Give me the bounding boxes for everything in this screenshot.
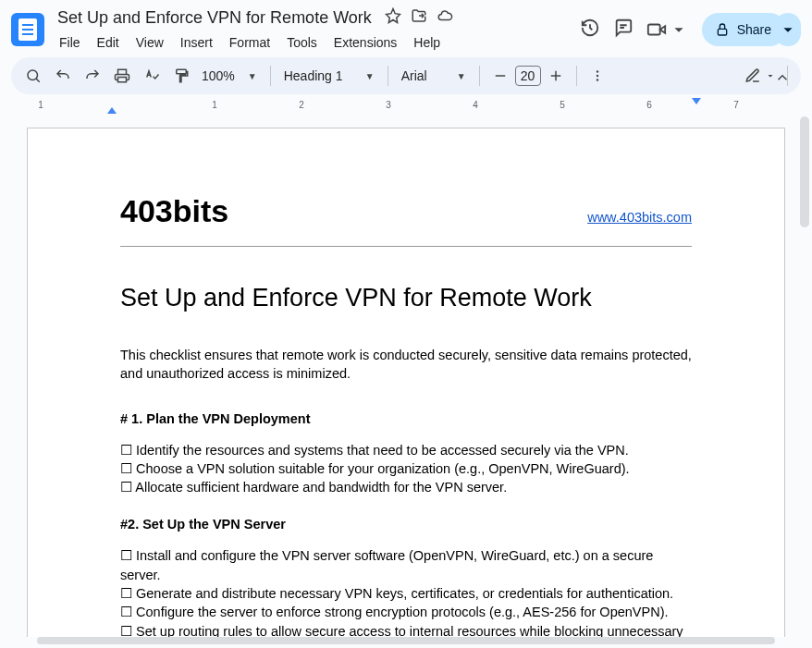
vertical-scrollbar[interactable] xyxy=(799,116,810,635)
checklist-item: Generate and distribute necessary VPN ke… xyxy=(120,584,692,603)
svg-rect-0 xyxy=(647,25,659,35)
horizontal-ruler[interactable]: 1 1 2 3 4 5 6 7 xyxy=(11,98,801,115)
ruler-mark: 5 xyxy=(560,100,565,110)
chevron-down-icon[interactable]: ▼ xyxy=(242,71,263,81)
move-icon[interactable] xyxy=(411,7,427,28)
font-size-control xyxy=(487,63,569,89)
brand-heading: 403bits xyxy=(120,193,228,229)
titlebar: Set Up and Enforce VPN for Remote Work F… xyxy=(0,0,812,52)
checklist-item: Identify the resources and systems that … xyxy=(120,441,692,459)
document-scroll-area[interactable]: 403bits www.403bits.com Set Up and Enfor… xyxy=(0,116,812,637)
checklist-item: Choose a VPN solution suitable for your … xyxy=(120,459,692,478)
document-page[interactable]: 403bits www.403bits.com Set Up and Enfor… xyxy=(27,128,785,637)
paragraph-style-select[interactable]: Heading 1 xyxy=(278,68,356,83)
font-family-select[interactable]: Arial xyxy=(396,68,448,83)
ruler-mark: 6 xyxy=(646,100,652,110)
svg-rect-1 xyxy=(718,29,726,35)
checklist-item: Configure the server to enforce strong e… xyxy=(120,603,692,621)
section-heading: #2. Set Up the VPN Server xyxy=(120,517,692,532)
menu-insert[interactable]: Insert xyxy=(173,31,220,54)
ruler-mark: 4 xyxy=(473,100,478,110)
menubar: File Edit View Insert Format Tools Exten… xyxy=(52,31,453,54)
ruler-mark: 3 xyxy=(386,100,391,110)
svg-rect-3 xyxy=(118,78,127,82)
star-icon[interactable] xyxy=(385,7,401,28)
checklist-item: Allocate sufficient hardware and bandwid… xyxy=(120,478,692,496)
doc-title[interactable]: Set Up and Enforce VPN for Remote Work xyxy=(52,6,377,30)
ruler-mark: 1 xyxy=(212,100,217,110)
svg-point-4 xyxy=(596,70,597,72)
intro-paragraph: This checklist ensures that remote work … xyxy=(120,346,692,384)
ruler-mark: 2 xyxy=(299,100,304,110)
left-indent-marker[interactable] xyxy=(107,107,117,114)
share-button[interactable]: Share xyxy=(702,13,786,46)
zoom-select[interactable]: 100% xyxy=(198,68,239,83)
font-size-input[interactable] xyxy=(515,66,541,86)
page-title: Set Up and Enforce VPN for Remote Work xyxy=(120,284,692,312)
chevron-down-icon[interactable]: ▼ xyxy=(360,71,380,81)
menu-tools[interactable]: Tools xyxy=(279,31,325,54)
undo-icon[interactable] xyxy=(50,63,76,89)
svg-point-6 xyxy=(596,79,597,80)
ruler-mark: 7 xyxy=(733,100,739,110)
docs-logo-icon[interactable] xyxy=(11,13,44,46)
checklist-item: Set up routing rules to allow secure acc… xyxy=(120,622,692,637)
header-right-actions: Share xyxy=(580,13,801,46)
menu-view[interactable]: View xyxy=(129,31,171,54)
print-icon[interactable] xyxy=(109,63,135,89)
toolbar: 100% ▼ Heading 1 ▼ Arial ▼ xyxy=(11,57,801,94)
decrease-font-icon[interactable] xyxy=(487,63,513,89)
share-label: Share xyxy=(737,22,771,37)
menu-file[interactable]: File xyxy=(52,31,88,54)
brand-url-link[interactable]: www.403bits.com xyxy=(587,210,692,225)
title-actions xyxy=(385,7,453,28)
section-heading: # 1. Plan the VPN Deployment xyxy=(120,411,692,426)
horizontal-scrollbar[interactable] xyxy=(37,637,775,644)
horizontal-rule xyxy=(120,246,692,247)
chevron-down-icon[interactable]: ▼ xyxy=(451,71,472,81)
share-dropdown[interactable] xyxy=(775,13,801,46)
right-indent-marker[interactable] xyxy=(692,98,701,104)
paint-format-icon[interactable] xyxy=(168,63,194,89)
redo-icon[interactable] xyxy=(80,63,105,89)
comments-icon[interactable] xyxy=(613,18,634,42)
ruler-mark: 1 xyxy=(38,100,43,110)
svg-point-2 xyxy=(28,70,38,80)
meet-button[interactable] xyxy=(646,19,689,40)
collapse-toolbar-button[interactable] xyxy=(768,63,797,92)
scrollbar-thumb[interactable] xyxy=(800,116,809,227)
menu-help[interactable]: Help xyxy=(406,31,448,54)
checklist-item: Install and configure the VPN server sof… xyxy=(120,546,692,584)
increase-font-icon[interactable] xyxy=(543,63,569,89)
menu-extensions[interactable]: Extensions xyxy=(326,31,404,54)
spellcheck-icon[interactable] xyxy=(139,63,165,89)
menu-format[interactable]: Format xyxy=(222,31,277,54)
more-tools-icon[interactable] xyxy=(584,63,610,89)
history-icon[interactable] xyxy=(580,18,600,42)
menu-edit[interactable]: Edit xyxy=(90,31,127,54)
svg-point-5 xyxy=(596,75,597,77)
search-menus-icon[interactable] xyxy=(20,63,46,89)
cloud-status-icon[interactable] xyxy=(437,7,453,28)
